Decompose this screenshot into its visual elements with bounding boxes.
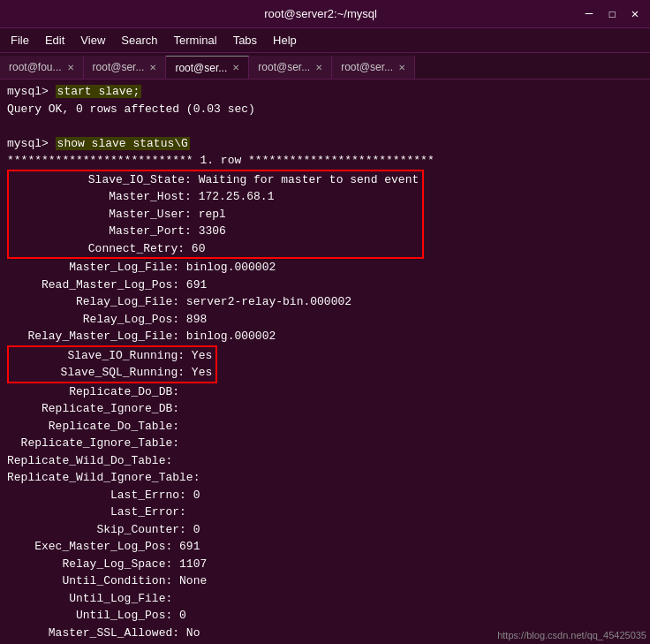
tab-label-4: root@ser...: [341, 61, 393, 73]
tab-1[interactable]: root@ser... ✕: [84, 56, 167, 79]
field-exec-master-log-pos: Exec_Master_Log_Pos: 691: [7, 538, 643, 556]
tab-label-2: root@ser...: [175, 62, 227, 74]
tab-label-0: root@fou...: [9, 61, 62, 73]
line-cmd2: mysql> show slave status\G: [7, 135, 643, 153]
field-last-error: Last_Error:: [7, 504, 643, 521]
field-relay-log-space: Relay_Log_Space: 1107: [7, 556, 643, 573]
field-relay-log-pos: Relay_Log_Pos: 898: [7, 311, 643, 329]
tab-2[interactable]: root@ser... ✕: [166, 56, 249, 79]
field-replicate-ignore-table: Replicate_Ignore_Table:: [7, 435, 643, 452]
tab-close-2[interactable]: ✕: [232, 63, 239, 72]
field-last-errno: Last_Errno: 0: [7, 487, 643, 504]
field-until-condition: Until_Condition: None: [7, 572, 643, 590]
watermark: https://blog.csdn.net/qq_45425035: [497, 630, 646, 640]
field-replicate-do-db: Replicate_Do_DB:: [7, 383, 643, 401]
field-master-user: Master_User: repl: [12, 206, 419, 224]
menu-view[interactable]: View: [73, 32, 112, 49]
tab-0[interactable]: root@fou... ✕: [0, 56, 84, 79]
menu-tabs[interactable]: Tabs: [226, 32, 264, 49]
tab-close-3[interactable]: ✕: [315, 63, 322, 72]
field-skip-counter: Skip_Counter: 0: [7, 521, 643, 539]
field-replicate-ignore-db: Replicate_Ignore_DB:: [7, 400, 643, 418]
window-controls[interactable]: — ☐ ✕: [581, 6, 643, 21]
field-until-log-pos: Until_Log_Pos: 0: [7, 607, 643, 625]
menu-help[interactable]: Help: [266, 32, 304, 49]
maximize-button[interactable]: ☐: [604, 6, 620, 21]
field-master-port: Master_Port: 3306: [12, 223, 419, 240]
tab-label-1: root@ser...: [93, 61, 145, 73]
menu-edit[interactable]: Edit: [38, 32, 72, 49]
menu-search[interactable]: Search: [114, 32, 164, 49]
window-title: root@server2:~/mysql: [60, 7, 581, 20]
prompt-1: mysql>: [7, 85, 56, 98]
close-button[interactable]: ✕: [627, 6, 643, 21]
field-slave-sql-running: Slave_SQL_Running: Yes: [12, 364, 212, 382]
field-replicate-wild-ignore-table: Replicate_Wild_Ignore_Table:: [7, 469, 643, 487]
menu-terminal[interactable]: Terminal: [167, 32, 224, 49]
field-slave-io-running: Slave_IO_Running: Yes: [12, 347, 212, 365]
tab-close-0[interactable]: ✕: [67, 63, 74, 72]
field-relay-master-log-file: Relay_Master_Log_File: binlog.000002: [7, 328, 643, 345]
field-connect-retry: Connect_Retry: 60: [12, 240, 419, 258]
cmd-1: start slave;: [56, 85, 142, 98]
cmd-2: show slave status\G: [56, 137, 190, 150]
menu-file[interactable]: File: [4, 32, 36, 49]
tab-close-4[interactable]: ✕: [398, 63, 405, 72]
minimize-button[interactable]: —: [581, 6, 597, 21]
field-master-host: Master_Host: 172.25.68.1: [12, 188, 419, 206]
tab-close-1[interactable]: ✕: [149, 63, 156, 72]
tab-3[interactable]: root@ser... ✕: [249, 56, 332, 79]
field-until-log-file: Until_Log_File:: [7, 590, 643, 608]
terminal-content: mysql> start slave; Query OK, 0 rows aff…: [0, 80, 650, 644]
blank-line-1: [7, 117, 643, 135]
menu-bar: File Edit View Search Terminal Tabs Help: [0, 28, 650, 53]
row-separator: *************************** 1. row *****…: [7, 152, 643, 170]
field-relay-log-file: Relay_Log_File: server2-relay-bin.000002: [7, 293, 643, 311]
field-read-master-log-pos: Read_Master_Log_Pos: 691: [7, 277, 643, 294]
field-master-log-file: Master_Log_File: binlog.000002: [7, 259, 643, 277]
field-replicate-wild-do-table: Replicate_Wild_Do_Table:: [7, 452, 643, 470]
prompt-2: mysql>: [7, 137, 56, 150]
field-slave-io-state: Slave_IO_State: Waiting for master to se…: [12, 171, 419, 189]
title-bar: root@server2:~/mysql — ☐ ✕: [0, 0, 650, 28]
field-replicate-do-table: Replicate_Do_Table:: [7, 418, 643, 436]
tab-4[interactable]: root@ser... ✕: [332, 56, 415, 79]
line-cmd1: mysql> start slave;: [7, 83, 643, 101]
tab-bar: root@fou... ✕ root@ser... ✕ root@ser... …: [0, 53, 650, 80]
output-query-ok: Query OK, 0 rows affected (0.03 sec): [7, 101, 643, 118]
tab-label-3: root@ser...: [258, 61, 310, 73]
